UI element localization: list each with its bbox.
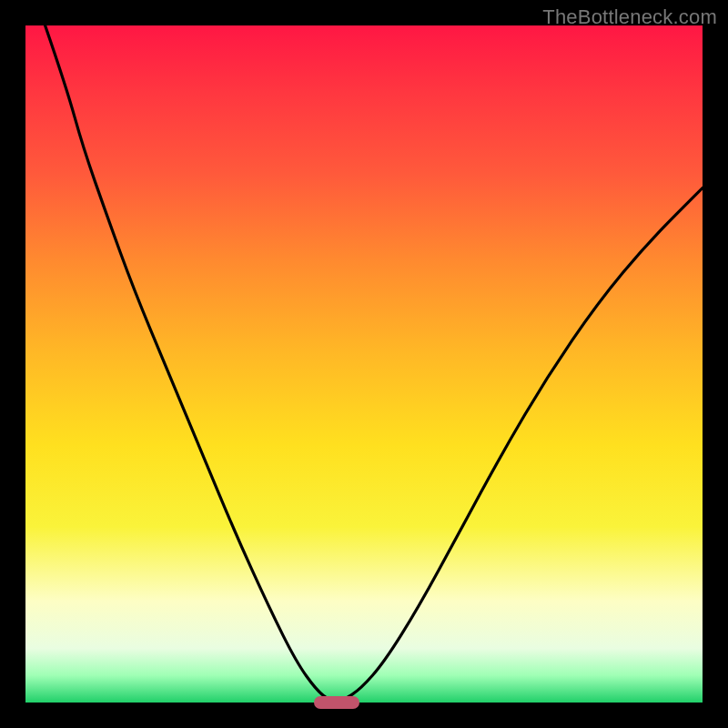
plot-area bbox=[25, 25, 703, 703]
attribution-text: TheBottleneck.com bbox=[542, 5, 717, 29]
bottleneck-curve bbox=[25, 25, 703, 703]
minimum-marker bbox=[314, 696, 359, 709]
chart-frame: TheBottleneck.com bbox=[0, 0, 728, 728]
curve-path bbox=[46, 25, 703, 703]
